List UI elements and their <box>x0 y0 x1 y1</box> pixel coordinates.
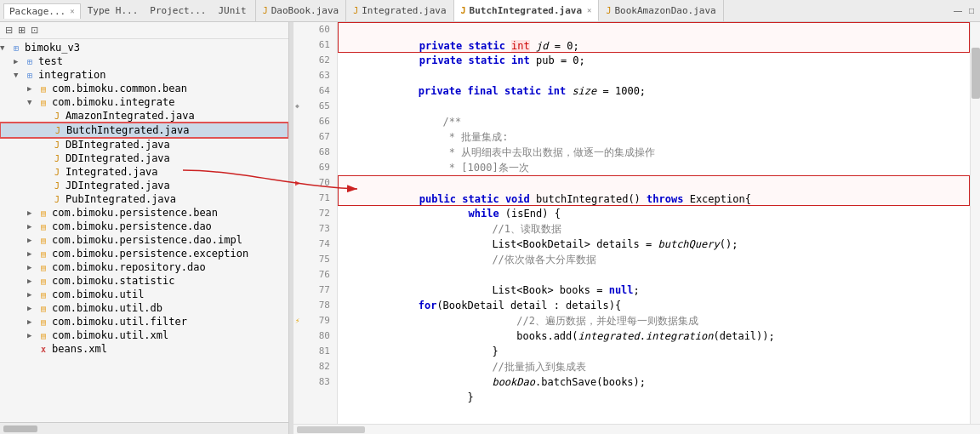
project-tab-label: Project... <box>150 5 206 16</box>
tree-item-jd[interactable]: J JDIntegrated.java <box>0 179 288 192</box>
line-num-67: 67 <box>293 129 337 145</box>
tree-item-statistic[interactable]: ▶ ▤ com.bimoku.statistic <box>0 274 288 288</box>
beans-xml-icon: x <box>37 343 49 355</box>
tree-item-integration[interactable]: ▼ ⊞ integration <box>0 68 288 82</box>
tree-item-util-xml[interactable]: ▶ ▤ com.bimoku.util.xml <box>0 328 288 342</box>
tree-item-integrate[interactable]: ▼ ▤ com.bimoku.integrate <box>0 95 288 109</box>
persistence-dao-impl-label: com.bimoku.persistence.dao.impl <box>52 234 242 246</box>
line-num-83: 83 <box>293 374 337 390</box>
persistence-dao-impl-icon: ▤ <box>37 234 49 246</box>
line-num-82: 82 <box>293 359 337 374</box>
bookazondao-tab-label: BookAmazonDao.java <box>614 5 715 16</box>
tree-item-util[interactable]: ▶ ▤ com.bimoku.util <box>0 288 288 301</box>
collapse-all-button[interactable]: ⊟ <box>3 24 14 37</box>
editor-tab-daobook[interactable]: J DaoBook.java <box>256 0 347 21</box>
common-bean-package-icon: ▤ <box>37 83 49 94</box>
right-scrollbar[interactable] <box>970 22 980 424</box>
tab-junit[interactable]: JUnit <box>214 3 252 18</box>
tree-item-pub[interactable]: J PubIntegrated.java <box>0 192 288 206</box>
right-scrollbar-thumb[interactable] <box>971 48 980 99</box>
minimize-button[interactable]: — <box>951 5 965 16</box>
arrow-util-db: ▶ <box>27 304 37 312</box>
code-line-76: List<Book> books = null; <box>338 267 970 283</box>
code-line-70: public static void butchIntegrated() thr… <box>338 175 970 191</box>
integrated-java-label: Integrated.java <box>66 166 157 178</box>
integrate-label: com.bimoku.integrate <box>52 96 175 108</box>
code-content[interactable]: private static int jd = 0; private stati… <box>338 22 970 424</box>
db-java-icon: J <box>51 139 63 151</box>
line-num-68: 68 <box>293 145 337 160</box>
tree-container[interactable]: ▼ ⊞ bimoku_v3 ▶ ⊞ test ▼ ⊞ integration <box>0 39 288 422</box>
util-filter-label: com.bimoku.util.filter <box>52 316 187 328</box>
line-num-65: 65 <box>293 99 337 114</box>
line-num-61: 61 <box>293 37 337 53</box>
tree-item-dd[interactable]: J DDIntegrated.java <box>0 151 288 165</box>
db-label: DBIntegrated.java <box>66 139 170 151</box>
line-num-64: 64 <box>293 83 337 99</box>
integrated-java-icon: J <box>51 166 63 178</box>
tree-item-persistence-exception[interactable]: ▶ ▤ com.bimoku.persistence.exception <box>0 247 288 260</box>
line-num-75: 75 <box>293 252 337 267</box>
pub-java-icon: J <box>51 193 63 205</box>
bottom-scrollbar-thumb[interactable] <box>297 426 365 433</box>
tree-item-persistence-dao[interactable]: ▶ ▤ com.bimoku.persistence.dao <box>0 220 288 233</box>
util-db-label: com.bimoku.util.db <box>52 302 162 314</box>
junit-tab-label: JUnit <box>219 5 247 16</box>
line-num-79: 79 <box>293 313 337 328</box>
tree-item-integrated-java[interactable]: J Integrated.java <box>0 165 288 179</box>
tree-item-persistence-dao-impl[interactable]: ▶ ▤ com.bimoku.persistence.dao.impl <box>0 233 288 247</box>
jd-java-icon: J <box>51 180 63 191</box>
tree-item-db[interactable]: J DBIntegrated.java <box>0 138 288 151</box>
tab-project[interactable]: Project... <box>145 3 211 18</box>
throws-kw-70: throws <box>647 193 683 205</box>
editor-tab-bookazondao[interactable]: J BookAmazonDao.java <box>599 0 723 21</box>
editor-tab-integrated[interactable]: J Integrated.java <box>346 0 453 21</box>
left-hscroll-thumb[interactable] <box>3 425 37 432</box>
integration-folder-icon: ⊞ <box>24 69 36 81</box>
editor-tab-butchintegrated[interactable]: J ButchIntegrated.java ✕ <box>454 0 600 21</box>
tree-item-util-db[interactable]: ▶ ▤ com.bimoku.util.db <box>0 301 288 315</box>
tree-item-amazon[interactable]: J AmazonIntegrated.java <box>0 109 288 123</box>
dd-label: DDIntegrated.java <box>66 152 170 164</box>
tree-item-test[interactable]: ▶ ⊞ test <box>0 54 288 68</box>
tree-item-util-filter[interactable]: ▶ ▤ com.bimoku.util.filter <box>0 315 288 328</box>
maximize-button[interactable]: □ <box>966 5 977 16</box>
bimoku-project-icon: ⊞ <box>10 42 22 54</box>
line-num-78: 78 <box>293 298 337 313</box>
tree-item-repository-dao[interactable]: ▶ ▤ com.bimoku.repository.dao <box>0 260 288 274</box>
int-keyword-60: int <box>511 40 530 52</box>
arrow-bimoku-v3: ▼ <box>0 43 10 52</box>
code-line-65: /** <box>338 99 970 114</box>
tree-item-common-bean[interactable]: ▶ ▤ com.bimoku.common.bean <box>0 82 288 95</box>
line-num-70: 70 <box>293 175 337 191</box>
persistence-dao-icon: ▤ <box>37 220 49 232</box>
repository-dao-label: com.bimoku.repository.dao <box>52 261 206 273</box>
integration-label: integration <box>38 69 105 81</box>
repository-dao-icon: ▤ <box>37 261 49 273</box>
tree-item-persistence-bean[interactable]: ▶ ▤ com.bimoku.persistence.bean <box>0 206 288 220</box>
tree-item-bimoku-v3[interactable]: ▼ ⊞ bimoku_v3 <box>0 41 288 54</box>
tab-package[interactable]: Package... ✕ <box>3 3 81 19</box>
arrow-persistence-dao: ▶ <box>27 222 37 231</box>
main-content: ⊟ ⊞ ⊡ ▼ ⊞ bimoku_v3 ▶ ⊞ test <box>0 22 980 434</box>
tree-item-beans-xml[interactable]: x beans.xml <box>0 342 288 356</box>
package-tab-close[interactable]: ✕ <box>70 7 74 15</box>
arrow-statistic: ▶ <box>27 277 37 285</box>
persistence-bean-icon: ▤ <box>37 207 49 219</box>
bottom-scrollbar[interactable] <box>293 424 980 434</box>
jd-var-60: jd <box>536 40 548 52</box>
statistic-icon: ▤ <box>37 275 49 287</box>
tree-item-butch[interactable]: J ButchIntegrated.java <box>0 123 288 138</box>
sync-button[interactable]: ⊡ <box>29 24 40 37</box>
code-area: 60 61 62 63 64 65 66 67 68 69 70 71 72 7… <box>293 22 980 424</box>
left-bottom-scrollbar[interactable] <box>0 422 288 434</box>
arrow-integrate: ▼ <box>27 98 37 106</box>
tab-type-hierarchy[interactable]: Type H... <box>83 3 144 18</box>
line-num-80: 80 <box>293 328 337 344</box>
expand-all-button[interactable]: ⊞ <box>16 24 27 37</box>
amazon-java-icon: J <box>51 110 63 122</box>
util-db-icon: ▤ <box>37 302 49 314</box>
common-bean-label: com.bimoku.common.bean <box>52 83 187 94</box>
arrow-test: ▶ <box>14 57 24 66</box>
butchintegrated-tab-close[interactable]: ✕ <box>587 6 591 14</box>
